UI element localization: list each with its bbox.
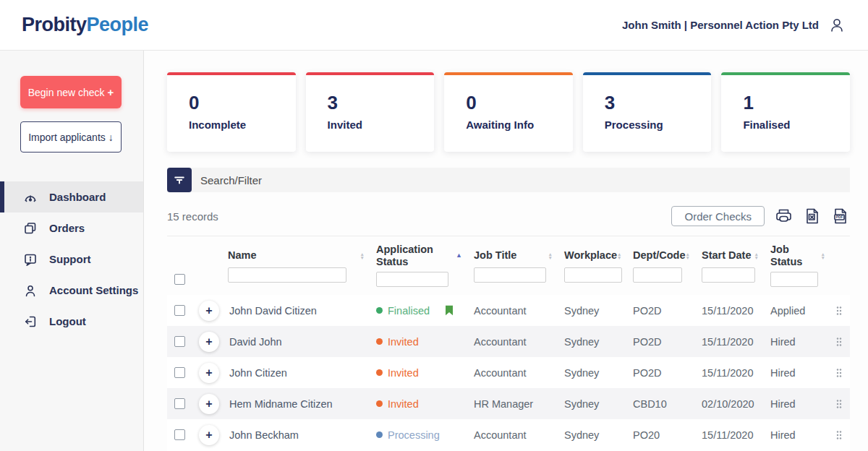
sort-by-job-title[interactable]: Job Title ▲▼	[474, 249, 553, 263]
sort-by-name[interactable]: Name ▲▼	[228, 249, 365, 263]
expand-row-button[interactable]: +	[199, 363, 219, 383]
sort-ascending-icon[interactable]: ▲	[456, 252, 462, 259]
status-dot	[376, 307, 383, 314]
job-title-cell: Accountant	[474, 336, 564, 348]
row-menu-button[interactable]	[828, 337, 850, 347]
plus-icon: +	[108, 86, 114, 98]
card-label: Processing	[605, 119, 712, 131]
pdf-export-button[interactable]: PDF	[831, 207, 850, 226]
row-checkbox[interactable]	[174, 336, 185, 347]
sidebar-item-account-settings[interactable]: Account Settings	[0, 275, 143, 306]
column-label: Job Status	[770, 244, 821, 267]
column-label: Workplace	[564, 249, 617, 262]
card-label: Awaiting Info	[466, 119, 573, 131]
sort-by-dept-code[interactable]: Dept/Code ▲▼	[633, 249, 690, 263]
sort-by-start-date[interactable]: Start Date ▲▼	[702, 249, 759, 263]
sidebar-item-label: Account Settings	[49, 284, 138, 296]
sidebar-item-orders[interactable]: Orders	[0, 212, 143, 244]
sidebar-item-support[interactable]: Support	[0, 244, 143, 275]
sidebar-item-logout[interactable]: Logout	[0, 306, 143, 337]
user-area[interactable]: John Smith | Personnel Action Pty Ltd	[622, 16, 846, 35]
row-menu-button[interactable]	[828, 368, 850, 378]
start-date-filter-input[interactable]	[702, 267, 755, 283]
status-label: Finalised	[388, 305, 430, 317]
sort-icon[interactable]: ▲▼	[548, 252, 553, 259]
job-title-cell: Accountant	[474, 367, 564, 379]
logo-part-people: People	[87, 14, 149, 35]
funnel-icon	[172, 173, 187, 187]
job-status-cell: Hired	[770, 429, 828, 441]
plus-icon: +	[205, 429, 212, 442]
application-status-cell: Processing	[376, 429, 474, 441]
kebab-dots-icon	[836, 337, 842, 347]
status-label: Invited	[388, 398, 419, 410]
layout: Begin new check+ Import applicants↓ Dash…	[0, 51, 868, 451]
job-title-cell: HR Manager	[474, 398, 564, 410]
card-count: 3	[605, 93, 712, 113]
filter-toggle-button[interactable]	[167, 168, 192, 192]
status-dot	[376, 369, 383, 376]
sort-by-application-status[interactable]: Application Status ▲	[376, 244, 462, 267]
start-date-cell: 15/11/2020	[702, 305, 770, 317]
workplace-cell: Sydney	[564, 305, 633, 317]
status-label: Invited	[388, 367, 419, 379]
row-checkbox[interactable]	[174, 429, 185, 440]
select-all-checkbox[interactable]	[174, 274, 185, 285]
card-incomplete[interactable]: 0 Incomplete	[167, 72, 296, 152]
row-menu-button[interactable]	[828, 399, 850, 409]
card-processing[interactable]: 3 Processing	[583, 72, 712, 152]
toolbar-actions: Order Checks PDF	[671, 206, 850, 226]
applicant-name: John David Citizen	[228, 305, 376, 317]
application-status-filter-input[interactable]	[376, 272, 448, 287]
bookmark-flag-icon	[445, 305, 454, 316]
kebab-dots-icon	[836, 306, 842, 316]
sort-by-workplace[interactable]: Workplace ▲▼	[564, 249, 621, 263]
row-menu-button[interactable]	[828, 430, 850, 440]
workplace-cell: Sydney	[564, 367, 633, 379]
sort-icon[interactable]: ▲▼	[686, 252, 690, 259]
applicants-table: Name ▲▼ Application Status ▲	[167, 236, 850, 451]
user-profile-icon[interactable]	[827, 16, 846, 35]
kebab-dots-icon	[836, 399, 842, 409]
card-count: 0	[466, 93, 573, 113]
expand-row-button[interactable]: +	[199, 301, 219, 321]
column-label: Application Status	[376, 244, 443, 267]
dept-code-filter-input[interactable]	[633, 267, 682, 283]
row-checkbox[interactable]	[174, 398, 185, 409]
sort-icon[interactable]: ▲▼	[617, 252, 621, 259]
expand-row-button[interactable]: +	[199, 394, 219, 414]
expand-row-button[interactable]: +	[199, 332, 219, 352]
sort-icon[interactable]: ▲▼	[754, 252, 759, 259]
records-count: 15 records	[167, 210, 218, 223]
sort-by-job-status[interactable]: Job Status ▲▼	[770, 244, 825, 267]
card-label: Invited	[328, 119, 435, 131]
search-filter-bar[interactable]: Search/Filter	[167, 168, 850, 192]
table-row: + John Beckham Processing Accountant Syd…	[167, 419, 850, 450]
expand-row-button[interactable]: +	[199, 425, 219, 445]
order-checks-button[interactable]: Order Checks	[671, 206, 765, 226]
name-filter-input[interactable]	[228, 267, 346, 283]
begin-new-check-button[interactable]: Begin new check+	[20, 76, 122, 108]
card-finalised[interactable]: 1 Finalised	[721, 72, 850, 152]
row-menu-button[interactable]	[828, 306, 850, 316]
sidebar-item-dashboard[interactable]: Dashboard	[0, 181, 143, 212]
sort-icon[interactable]: ▲▼	[360, 252, 365, 259]
application-status-cell: Finalised	[376, 305, 474, 317]
excel-export-button[interactable]	[803, 207, 822, 226]
job-title-filter-input[interactable]	[474, 267, 546, 283]
start-date-cell: 15/11/2020	[702, 336, 770, 348]
copy-icon	[23, 221, 38, 236]
column-header-job-title: Job Title ▲▼	[474, 249, 564, 283]
import-applicants-button[interactable]: Import applicants↓	[20, 121, 122, 153]
row-checkbox[interactable]	[174, 367, 185, 378]
row-checkbox[interactable]	[174, 305, 185, 316]
job-status-filter-input[interactable]	[770, 272, 818, 287]
application-status-cell: Invited	[376, 367, 474, 379]
workplace-filter-input[interactable]	[564, 267, 622, 283]
print-button[interactable]	[774, 207, 793, 226]
sort-icon[interactable]: ▲▼	[821, 252, 825, 259]
card-count: 1	[743, 93, 850, 113]
card-awaiting-info[interactable]: 0 Awaiting Info	[444, 72, 573, 152]
card-invited[interactable]: 3 Invited	[306, 72, 435, 152]
table-row: + John David Citizen Finalised Accountan…	[167, 295, 850, 326]
